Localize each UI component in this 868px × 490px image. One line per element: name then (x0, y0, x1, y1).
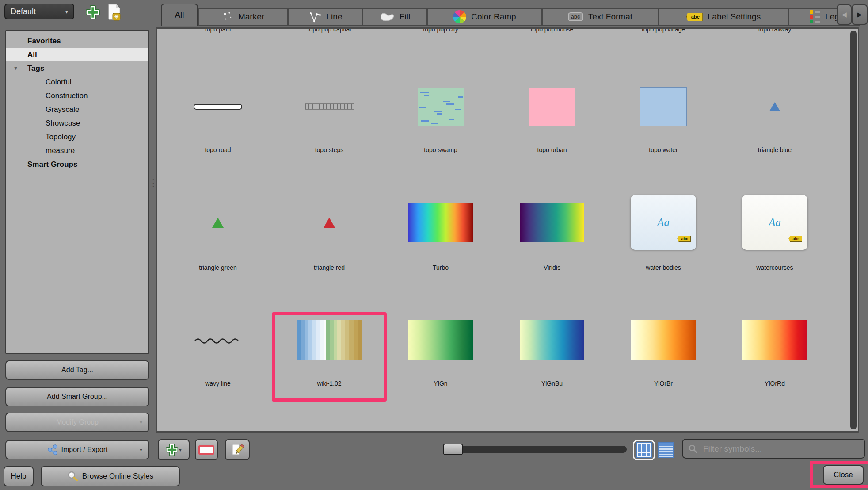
color-ramp-ylgnbu[interactable]: YlGnBu (496, 320, 608, 387)
symbol-label: topo pop village (642, 27, 685, 33)
sidebar-item-label: Topology (46, 133, 76, 142)
symbol-topo-urban[interactable]: topo urban (496, 88, 608, 153)
swamp-dashes-pattern (418, 88, 464, 126)
panel-splitter-handle[interactable]: ⋮ (148, 179, 156, 196)
color-ramp-preview (742, 320, 807, 360)
chevron-down-icon: ▾ (140, 447, 142, 453)
line-symbol-preview (194, 104, 242, 110)
sidebar-item-construction[interactable]: Construction (6, 89, 148, 103)
sidebar-item-grayscale[interactable]: Grayscale (6, 103, 148, 116)
color-ramp-ylgn[interactable]: YlGn (385, 320, 496, 387)
symbol-grid-panel: topo path topo pop capital topo pop city… (156, 27, 859, 433)
sidebar-item-label: Showcase (46, 119, 80, 128)
symbol-label: topo water (649, 146, 678, 153)
sidebar-item-smart-groups[interactable]: Smart Groups (6, 157, 148, 171)
scroll-right-icon: ▶ (857, 11, 862, 19)
tab-color-ramp[interactable]: Color Ramp (427, 8, 542, 26)
tab-fill[interactable]: Fill (362, 8, 427, 26)
symbol-label: topo path (205, 27, 231, 33)
import-export-label: Import / Export (61, 446, 108, 454)
sidebar-item-label: Colorful (46, 78, 72, 87)
marker-icon (222, 11, 233, 23)
color-ramp-preview (408, 203, 473, 242)
symbol-label: topo railway (758, 27, 792, 33)
filter-symbols-field[interactable] (682, 439, 865, 459)
browse-online-styles-button[interactable]: Browse Online Styles (41, 466, 180, 486)
tab-label-settings[interactable]: abc Label Settings (659, 8, 788, 26)
style-profile-value: Default (11, 7, 36, 16)
add-tag-label: Add Tag... (61, 366, 93, 374)
tab-line-label: Line (327, 12, 343, 22)
symbol-topo-steps[interactable]: topo steps (274, 88, 385, 153)
scroll-left-icon: ◀ (841, 11, 847, 19)
vertical-scrollbar[interactable] (850, 31, 857, 429)
color-ramp-preview (520, 320, 584, 360)
add-tag-button[interactable]: Add Tag... (5, 360, 149, 380)
tab-line[interactable]: Line (288, 8, 362, 26)
fill-symbol-preview (640, 87, 687, 126)
add-smart-group-button[interactable]: Add Smart Group... (5, 387, 149, 406)
icon-size-slider-handle[interactable] (443, 444, 463, 455)
color-ramp-ylorrd[interactable]: YlOrRd (719, 320, 830, 387)
list-view-button[interactable] (658, 442, 674, 458)
symbol-triangle-blue[interactable]: triangle blue (719, 88, 830, 153)
sidebar-item-topology[interactable]: Topology (6, 130, 148, 144)
grid-view-icon (636, 442, 652, 458)
symbol-topo-swamp[interactable]: topo swamp (385, 88, 496, 153)
tab-text-format[interactable]: abc Text Format (542, 8, 659, 26)
svg-text:✳: ✳ (114, 14, 118, 20)
sidebar-item-measure[interactable]: measure (6, 144, 148, 157)
icon-size-slider-track[interactable] (444, 446, 627, 453)
sidebar-item-label: measure (46, 146, 75, 155)
filter-symbols-input[interactable] (702, 444, 859, 454)
add-smart-group-label: Add Smart Group... (47, 393, 108, 401)
new-style-file-button[interactable]: ✳ (107, 4, 122, 23)
text-format-water-bodies[interactable]: Aa abc water bodies (608, 195, 719, 271)
symbol-label: triangle green (199, 264, 237, 271)
sidebar-item-label: Tags (27, 64, 44, 73)
help-label: Help (11, 472, 27, 481)
add-item-button[interactable]: ▾ (158, 439, 190, 460)
grid-view-button[interactable] (633, 440, 655, 460)
symbol-triangle-red[interactable]: triangle red (274, 195, 385, 271)
sidebar-item-all[interactable]: All (6, 48, 148, 61)
symbol-topo-water[interactable]: topo water (608, 88, 719, 153)
sidebar-item-colorful[interactable]: Colorful (6, 75, 148, 89)
color-ramp-ylorbr[interactable]: YlOrBr (608, 320, 719, 387)
sidebar-item-label: Favorites (27, 37, 61, 46)
aa-sample-text: Aa (769, 216, 781, 229)
expander-down-icon[interactable]: ▼ (13, 65, 18, 71)
symbol-label: triangle blue (758, 146, 792, 153)
symbol-topo-road[interactable]: topo road (162, 88, 274, 153)
tab-scroll-right-button[interactable]: ▶ (852, 4, 868, 25)
symbol-label: wavy line (205, 380, 231, 387)
list-view-icon (658, 442, 674, 458)
clipped-symbol-label-row: topo path topo pop capital topo pop city… (157, 27, 830, 33)
symbol-triangle-green[interactable]: triangle green (162, 195, 274, 271)
text-format-abc-icon: abc (568, 12, 583, 21)
help-button[interactable]: Help (4, 466, 34, 486)
symbol-row: triangle green triangle red Turbo Viridi… (157, 195, 830, 271)
remove-item-button[interactable] (195, 439, 218, 460)
tab-marker[interactable]: Marker (198, 8, 288, 26)
symbol-label: watercourses (756, 264, 793, 271)
color-ramp-turbo[interactable]: Turbo (385, 195, 496, 271)
color-ramp-viridis[interactable]: Viridis (496, 195, 608, 271)
import-export-button[interactable]: Import / Export ▾ (5, 440, 149, 459)
symbol-wavy-line[interactable]: wavy line (162, 320, 274, 387)
sidebar-item-showcase[interactable]: Showcase (6, 116, 148, 130)
tab-all[interactable]: All (161, 4, 198, 26)
sidebar-item-favorites[interactable]: Favorites (6, 34, 148, 48)
style-profile-select[interactable]: Default ▾ (4, 4, 74, 19)
text-format-watercourses[interactable]: Aa abc watercourses (719, 195, 830, 271)
tab-scroll-left-button[interactable]: ◀ (837, 4, 852, 25)
plus-icon (86, 5, 100, 19)
edit-item-button[interactable] (225, 439, 250, 460)
add-style-database-button[interactable] (86, 5, 100, 21)
sidebar-item-label: All (27, 50, 37, 59)
color-wheel-icon (453, 10, 466, 23)
symbol-row: topo road topo steps topo swamp topo urb… (157, 88, 830, 153)
line-symbol-preview (305, 103, 354, 110)
sidebar-item-tags[interactable]: ▼ Tags (6, 61, 148, 75)
edit-pencil-icon (231, 443, 244, 456)
